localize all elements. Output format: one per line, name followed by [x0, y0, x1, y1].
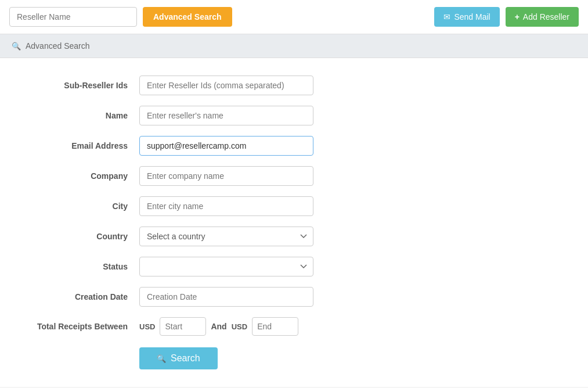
creation-date-label: Creation Date [12, 292, 139, 301]
creation-date-row: Creation Date [12, 287, 576, 307]
sub-reseller-ids-row: Sub-Reseller Ids [12, 76, 576, 95]
advanced-search-button[interactable]: Advanced Search [143, 7, 232, 27]
top-bar: Advanced Search Send Mail Add Reseller [0, 0, 588, 34]
name-label: Name [12, 111, 139, 120]
search-button-icon [157, 353, 166, 364]
status-select[interactable] [139, 257, 313, 276]
total-receipts-label: Total Receipts Between [12, 322, 139, 331]
add-reseller-button[interactable]: Add Reseller [506, 7, 579, 27]
advanced-search-form: Sub-Reseller Ids Name Email Address Comp… [0, 58, 588, 387]
section-search-icon: 🔍 [12, 42, 21, 51]
company-input[interactable] [139, 166, 313, 186]
company-row: Company [12, 166, 576, 186]
email-address-input[interactable] [139, 136, 313, 156]
company-label: Company [12, 171, 139, 181]
email-address-label: Email Address [12, 141, 139, 150]
receipts-start-input[interactable] [160, 317, 206, 336]
total-receipts-row: Total Receipts Between USD And USD [12, 317, 576, 336]
add-reseller-label: Add Reseller [523, 12, 569, 21]
section-header-label: Advanced Search [26, 41, 90, 51]
send-mail-button[interactable]: Send Mail [434, 7, 499, 27]
country-label: Country [12, 232, 139, 241]
sub-reseller-ids-input[interactable] [139, 76, 313, 95]
plus-icon [515, 12, 520, 21]
status-row: Status [12, 257, 576, 276]
name-input[interactable] [139, 106, 313, 125]
name-row: Name [12, 106, 576, 125]
currency-label-2: USD [232, 322, 247, 331]
reseller-name-input[interactable] [9, 7, 137, 27]
creation-date-input[interactable] [139, 287, 313, 307]
search-button[interactable]: Search [139, 347, 218, 369]
city-input[interactable] [139, 196, 313, 216]
sub-reseller-ids-label: Sub-Reseller Ids [12, 81, 139, 90]
top-bar-right-actions: Send Mail Add Reseller [434, 7, 579, 27]
email-address-row: Email Address [12, 136, 576, 156]
search-button-label: Search [171, 353, 200, 364]
currency-label-1: USD [139, 322, 155, 331]
country-select[interactable]: Select a country [139, 227, 313, 246]
country-row: Country Select a country [12, 227, 576, 246]
section-header: 🔍 Advanced Search [0, 34, 588, 58]
city-label: City [12, 202, 139, 211]
receipts-inputs: USD And USD [139, 317, 298, 336]
send-mail-label: Send Mail [454, 12, 490, 21]
envelope-icon [443, 12, 450, 21]
receipts-end-input[interactable] [252, 317, 298, 336]
city-row: City [12, 196, 576, 216]
and-label: And [211, 322, 226, 331]
status-label: Status [12, 262, 139, 271]
